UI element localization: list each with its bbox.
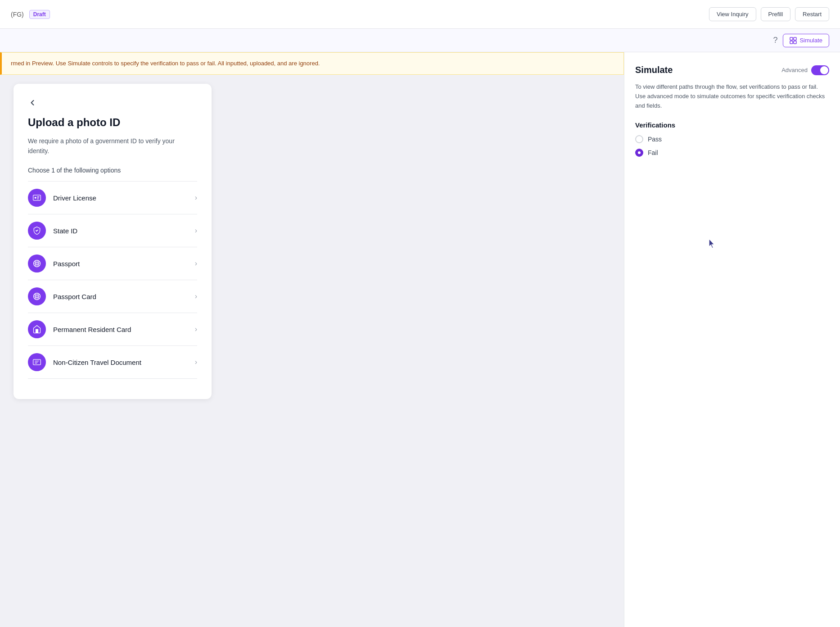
svg-rect-2 bbox=[790, 41, 793, 44]
simulate-panel-header: Simulate Advanced bbox=[635, 65, 829, 75]
passport-label: Passport bbox=[53, 260, 195, 268]
advanced-label: Advanced bbox=[781, 67, 808, 73]
non-citizen-travel-icon bbox=[32, 358, 41, 367]
id-option-state-id[interactable]: State ID › bbox=[28, 214, 197, 247]
svg-point-5 bbox=[35, 197, 36, 199]
form-description: We require a photo of a government ID to… bbox=[28, 136, 197, 156]
advanced-toggle[interactable] bbox=[811, 65, 829, 75]
back-button[interactable] bbox=[28, 98, 37, 107]
passport-card-icon-wrap bbox=[28, 287, 46, 305]
form-card-wrapper: Upload a photo ID We require a photo of … bbox=[0, 75, 624, 627]
driver-license-chevron: › bbox=[195, 194, 197, 202]
svg-rect-0 bbox=[790, 37, 793, 40]
prefill-button[interactable]: Prefill bbox=[761, 7, 791, 21]
non-citizen-travel-label: Non-Citizen Travel Document bbox=[53, 359, 195, 366]
state-id-chevron: › bbox=[195, 227, 197, 235]
svg-rect-1 bbox=[794, 37, 796, 40]
advanced-toggle-wrap: Advanced bbox=[781, 65, 829, 75]
simulate-icon bbox=[790, 37, 797, 44]
app-header: (FG) Draft View Inquiry Prefill Restart bbox=[0, 0, 840, 29]
verifications-title: Verifications bbox=[635, 121, 829, 129]
driver-license-icon bbox=[32, 193, 41, 202]
passport-card-label: Passport Card bbox=[53, 293, 195, 300]
radio-fail-label: Fail bbox=[648, 149, 658, 156]
back-icon bbox=[28, 98, 37, 107]
simulate-description: To view different paths through the flow… bbox=[635, 82, 829, 110]
cursor-area bbox=[707, 238, 829, 252]
toggle-knob bbox=[820, 66, 828, 74]
help-button[interactable]: ? bbox=[773, 36, 777, 45]
id-option-passport[interactable]: Passport › bbox=[28, 247, 197, 280]
non-citizen-travel-chevron: › bbox=[195, 358, 197, 366]
verifications-section: Verifications Pass Fail bbox=[635, 121, 829, 157]
simulate-panel-title: Simulate bbox=[635, 65, 673, 75]
passport-card-icon bbox=[32, 292, 41, 301]
simulate-toolbar: ? Simulate bbox=[0, 29, 840, 52]
id-option-passport-card[interactable]: Passport Card › bbox=[28, 280, 197, 313]
id-option-non-citizen-travel[interactable]: Non-Citizen Travel Document › bbox=[28, 346, 197, 379]
form-subtitle: Choose 1 of the following options bbox=[28, 167, 197, 174]
permanent-resident-icon-wrap bbox=[28, 320, 46, 338]
state-id-icon bbox=[32, 226, 41, 235]
help-icon: ? bbox=[773, 36, 777, 45]
radio-pass-label: Pass bbox=[648, 136, 662, 143]
state-id-label: State ID bbox=[53, 227, 195, 235]
preview-area: rmed in Preview. Use Simulate controls t… bbox=[0, 52, 624, 627]
right-panel: Simulate Advanced To view different path… bbox=[624, 52, 840, 627]
svg-rect-4 bbox=[33, 195, 41, 200]
permanent-resident-chevron: › bbox=[195, 325, 197, 333]
restart-button[interactable]: Restart bbox=[795, 7, 829, 21]
permanent-resident-icon bbox=[32, 325, 41, 334]
passport-card-chevron: › bbox=[195, 292, 197, 300]
svg-rect-3 bbox=[794, 41, 796, 44]
draft-badge: Draft bbox=[29, 10, 50, 19]
radio-pass-circle bbox=[635, 135, 643, 143]
cursor-icon bbox=[707, 238, 718, 250]
permanent-resident-label: Permanent Resident Card bbox=[53, 326, 195, 333]
non-citizen-travel-icon-wrap bbox=[28, 353, 46, 371]
id-option-permanent-resident[interactable]: Permanent Resident Card › bbox=[28, 313, 197, 346]
radio-pass[interactable]: Pass bbox=[635, 135, 829, 143]
id-options-list: Driver License › State ID › bbox=[28, 181, 197, 379]
view-inquiry-button[interactable]: View Inquiry bbox=[709, 7, 756, 21]
id-option-driver-license[interactable]: Driver License › bbox=[28, 182, 197, 214]
driver-license-label: Driver License bbox=[53, 194, 195, 202]
warning-banner: rmed in Preview. Use Simulate controls t… bbox=[0, 52, 624, 75]
driver-license-icon-wrap bbox=[28, 189, 46, 207]
radio-fail[interactable]: Fail bbox=[635, 149, 829, 157]
simulate-button[interactable]: Simulate bbox=[783, 34, 829, 47]
passport-icon bbox=[32, 259, 41, 268]
header-actions: View Inquiry Prefill Restart bbox=[709, 7, 829, 21]
radio-fail-circle bbox=[635, 149, 643, 157]
state-id-icon-wrap bbox=[28, 222, 46, 240]
main-content: rmed in Preview. Use Simulate controls t… bbox=[0, 52, 840, 627]
form-card: Upload a photo ID We require a photo of … bbox=[14, 84, 212, 399]
form-title: Upload a photo ID bbox=[28, 116, 197, 129]
passport-icon-wrap bbox=[28, 254, 46, 273]
passport-chevron: › bbox=[195, 259, 197, 268]
warning-text: rmed in Preview. Use Simulate controls t… bbox=[11, 60, 320, 67]
header-left: (FG) Draft bbox=[11, 10, 50, 19]
header-title: (FG) bbox=[11, 11, 24, 18]
